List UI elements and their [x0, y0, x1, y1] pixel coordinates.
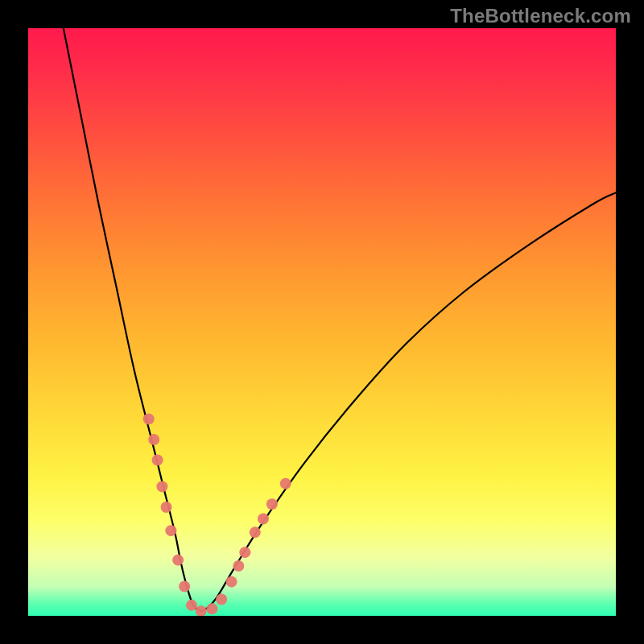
data-marker [239, 547, 250, 558]
data-marker [152, 455, 163, 466]
data-marker [179, 581, 190, 592]
data-marker [233, 560, 244, 572]
data-marker [165, 525, 176, 536]
chart-svg [28, 28, 616, 616]
data-marker [258, 514, 269, 525]
chart-container: TheBottleneck.com [0, 0, 644, 644]
data-marker [216, 594, 227, 605]
data-marker [266, 498, 278, 510]
data-marker [206, 603, 217, 614]
data-marker [143, 413, 155, 424]
data-marker [186, 600, 197, 611]
data-marker [156, 481, 167, 492]
data-marker [161, 502, 172, 513]
data-marker [196, 605, 207, 616]
data-marker [226, 576, 237, 588]
bottleneck-curve [64, 28, 616, 611]
watermark-text: TheBottleneck.com [450, 5, 631, 27]
data-marker [172, 555, 184, 566]
data-marker [148, 434, 159, 445]
plot-area [28, 28, 616, 616]
data-marker [250, 526, 261, 538]
data-marker [280, 478, 291, 489]
